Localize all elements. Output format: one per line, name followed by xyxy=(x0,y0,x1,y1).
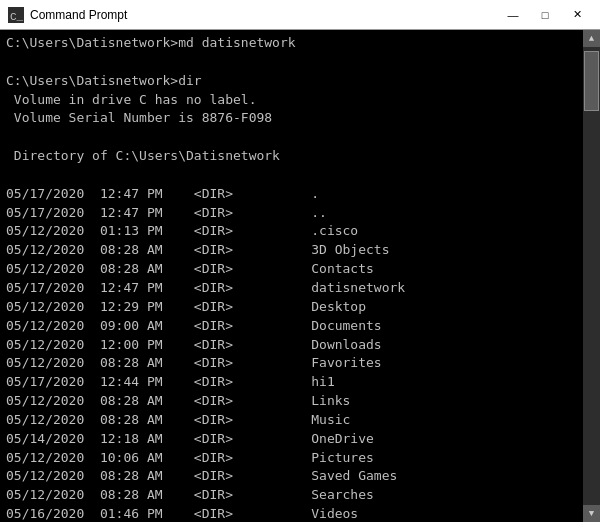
scroll-down-arrow[interactable]: ▼ xyxy=(583,505,600,522)
content-area: C:\Users\Datisnetwork>md datisnetwork C:… xyxy=(0,30,600,522)
console-text: C:\Users\Datisnetwork>md datisnetwork C:… xyxy=(6,34,577,522)
app-icon: C_ xyxy=(8,7,24,23)
window: C_ Command Prompt — □ ✕ C:\Users\Datisne… xyxy=(0,0,600,522)
maximize-button[interactable]: □ xyxy=(530,4,560,26)
scroll-thumb[interactable] xyxy=(584,51,599,111)
scrollbar[interactable]: ▲ ▼ xyxy=(583,30,600,522)
scroll-track[interactable] xyxy=(583,47,600,505)
console-output[interactable]: C:\Users\Datisnetwork>md datisnetwork C:… xyxy=(0,30,583,522)
window-title: Command Prompt xyxy=(30,8,498,22)
title-bar: C_ Command Prompt — □ ✕ xyxy=(0,0,600,30)
window-controls: — □ ✕ xyxy=(498,4,592,26)
scroll-up-arrow[interactable]: ▲ xyxy=(583,30,600,47)
minimize-button[interactable]: — xyxy=(498,4,528,26)
close-button[interactable]: ✕ xyxy=(562,4,592,26)
svg-text:C_: C_ xyxy=(10,11,24,23)
